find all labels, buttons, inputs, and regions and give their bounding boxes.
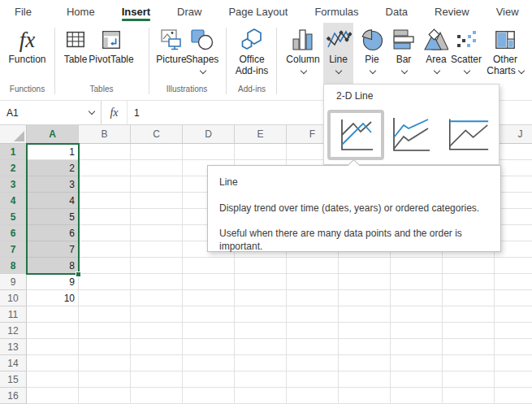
function-button[interactable]: fx Function xyxy=(5,23,50,84)
cell-A10[interactable]: 10 xyxy=(27,290,79,306)
cell-C15[interactable] xyxy=(131,371,183,388)
bar-chart-button[interactable]: Bar xyxy=(389,23,418,84)
gallery-item-100-stacked-line[interactable] xyxy=(448,115,490,155)
cell-D12[interactable] xyxy=(183,323,235,339)
cell-G10[interactable] xyxy=(339,290,391,306)
row-header-11[interactable]: 11 xyxy=(0,306,27,323)
cell-F9[interactable] xyxy=(287,274,339,290)
cell-F10[interactable] xyxy=(287,290,339,306)
cell-A1[interactable]: 1 xyxy=(27,144,79,160)
cell-G12[interactable] xyxy=(339,323,391,339)
row-header-13[interactable]: 13 xyxy=(0,339,27,355)
pie-chart-button[interactable]: Pie xyxy=(357,23,387,84)
cell-E10[interactable] xyxy=(235,290,287,306)
cell-D13[interactable] xyxy=(183,339,235,355)
fill-handle[interactable] xyxy=(76,272,81,277)
cell-J16[interactable] xyxy=(495,388,532,404)
chevron-down-icon[interactable] xyxy=(89,109,94,115)
cell-B10[interactable] xyxy=(79,290,131,306)
cell-I10[interactable] xyxy=(443,290,495,306)
column-header-D[interactable]: D xyxy=(183,125,235,144)
cell-J1[interactable] xyxy=(495,144,532,160)
gallery-item-line[interactable] xyxy=(327,110,384,160)
cell-B12[interactable] xyxy=(79,323,131,339)
cell-H16[interactable] xyxy=(391,388,443,404)
cell-A3[interactable]: 3 xyxy=(27,176,79,193)
cell-B7[interactable] xyxy=(79,241,131,258)
cell-C13[interactable] xyxy=(131,339,183,355)
pivottable-button[interactable]: PivotTable xyxy=(86,23,136,84)
cell-I11[interactable] xyxy=(443,306,495,323)
cell-D11[interactable] xyxy=(183,306,235,323)
cell-C16[interactable] xyxy=(131,388,183,404)
cell-B4[interactable] xyxy=(79,193,131,209)
cell-B3[interactable] xyxy=(79,176,131,193)
cell-I8[interactable] xyxy=(443,258,495,274)
cell-J13[interactable] xyxy=(495,339,532,355)
cell-F15[interactable] xyxy=(287,371,339,388)
cell-C12[interactable] xyxy=(131,323,183,339)
tab-page-layout[interactable]: Page Layout xyxy=(228,0,288,23)
cell-D8[interactable] xyxy=(183,258,235,274)
cell-I15[interactable] xyxy=(443,371,495,388)
cell-J10[interactable] xyxy=(495,290,532,306)
office-addins-button[interactable]: Office Add-ins xyxy=(229,23,275,84)
cell-D10[interactable] xyxy=(183,290,235,306)
shapes-button[interactable]: Shapes xyxy=(184,23,221,84)
cell-D1[interactable] xyxy=(183,144,235,160)
cell-B15[interactable] xyxy=(79,371,131,388)
tab-review[interactable]: Review xyxy=(435,0,469,23)
cell-G11[interactable] xyxy=(339,306,391,323)
cell-J9[interactable] xyxy=(495,274,532,290)
cell-A9[interactable]: 9 xyxy=(27,274,79,290)
column-chart-button[interactable]: Column xyxy=(285,23,321,84)
cell-H14[interactable] xyxy=(391,355,443,371)
cell-E16[interactable] xyxy=(235,388,287,404)
column-header-E[interactable]: E xyxy=(235,125,287,144)
cell-J12[interactable] xyxy=(495,323,532,339)
cell-I14[interactable] xyxy=(443,355,495,371)
row-header-4[interactable]: 4 xyxy=(0,193,27,209)
cell-I13[interactable] xyxy=(443,339,495,355)
cell-E8[interactable] xyxy=(235,258,287,274)
other-charts-button[interactable]: Other Charts xyxy=(482,23,528,84)
row-header-5[interactable]: 5 xyxy=(0,209,27,225)
cell-C7[interactable] xyxy=(131,241,183,258)
tab-draw[interactable]: Draw xyxy=(177,0,201,23)
cell-F14[interactable] xyxy=(287,355,339,371)
cell-C4[interactable] xyxy=(131,193,183,209)
row-header-14[interactable]: 14 xyxy=(0,355,27,371)
cell-E15[interactable] xyxy=(235,371,287,388)
cell-C3[interactable] xyxy=(131,176,183,193)
cell-C8[interactable] xyxy=(131,258,183,274)
cell-C2[interactable] xyxy=(131,160,183,176)
cell-B13[interactable] xyxy=(79,339,131,355)
row-header-2[interactable]: 2 xyxy=(0,160,27,176)
cell-H8[interactable] xyxy=(391,258,443,274)
cell-B6[interactable] xyxy=(79,225,131,241)
cell-D16[interactable] xyxy=(183,388,235,404)
cell-E1[interactable] xyxy=(235,144,287,160)
cell-F12[interactable] xyxy=(287,323,339,339)
cell-E13[interactable] xyxy=(235,339,287,355)
row-header-15[interactable]: 15 xyxy=(0,371,27,388)
cell-C1[interactable] xyxy=(131,144,183,160)
row-header-3[interactable]: 3 xyxy=(0,176,27,193)
cell-A6[interactable]: 6 xyxy=(27,225,79,241)
row-header-16[interactable]: 16 xyxy=(0,388,27,404)
cell-F13[interactable] xyxy=(287,339,339,355)
cell-D9[interactable] xyxy=(183,274,235,290)
cell-B16[interactable] xyxy=(79,388,131,404)
cell-G16[interactable] xyxy=(339,388,391,404)
cell-B14[interactable] xyxy=(79,355,131,371)
cell-B11[interactable] xyxy=(79,306,131,323)
select-all-button[interactable] xyxy=(0,125,27,144)
column-header-J[interactable]: J xyxy=(495,125,532,144)
row-header-1[interactable]: 1 xyxy=(0,144,27,160)
row-header-9[interactable]: 9 xyxy=(0,274,27,290)
cell-E11[interactable] xyxy=(235,306,287,323)
column-header-B[interactable]: B xyxy=(79,125,131,144)
cell-A15[interactable] xyxy=(27,371,79,388)
cell-H9[interactable] xyxy=(391,274,443,290)
column-header-A[interactable]: A xyxy=(27,125,79,144)
